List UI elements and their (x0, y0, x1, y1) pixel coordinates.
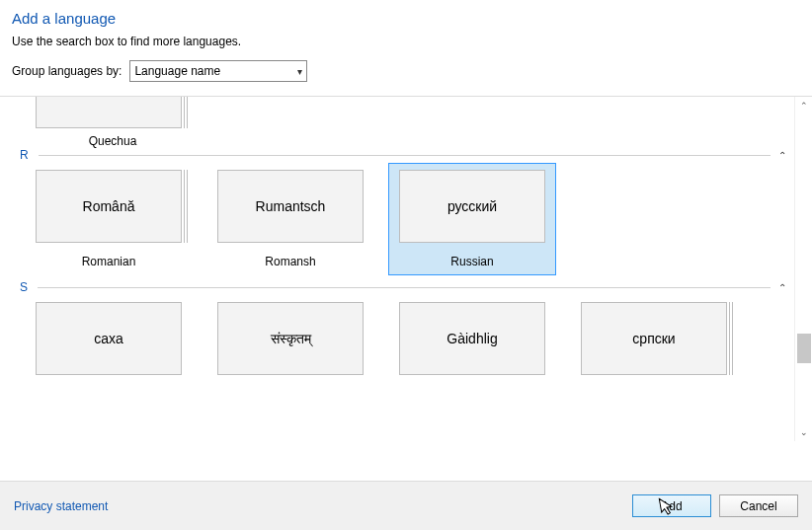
tile-row-r: Română Romanian Rumantsch Romansh русски… (20, 170, 794, 268)
chevron-down-icon: ▾ (297, 66, 302, 77)
language-tile-quechua[interactable] (36, 97, 182, 128)
language-tile-serbian[interactable]: српски (581, 302, 727, 375)
language-tile-sakha[interactable]: саха (36, 302, 182, 375)
language-caption: Romansh (265, 255, 315, 268)
language-caption: Russian (450, 255, 493, 268)
language-tile-russian[interactable]: русский Russian (388, 163, 556, 275)
section-letter: R (20, 148, 39, 162)
section-letter: S (20, 280, 38, 294)
language-list-area: Quechua R ⌃ Română Romanian Rumantsch Ro… (0, 96, 812, 441)
section-divider (39, 155, 771, 156)
language-tile-sanskrit[interactable]: संस्कृतम् (217, 302, 364, 375)
dialog-header: Add a language Use the search box to fin… (0, 0, 812, 82)
tile-face: српски (581, 302, 727, 375)
tile-face: संस्कृतम् (217, 302, 364, 375)
privacy-link[interactable]: Privacy statement (14, 499, 108, 513)
vertical-scrollbar[interactable]: ⌃ ⌄ (794, 97, 812, 441)
tile-face: Română (36, 170, 182, 243)
group-by-value: Language name (134, 64, 220, 78)
group-by-label: Group languages by: (12, 64, 122, 78)
scroll-thumb[interactable] (797, 334, 811, 363)
language-tile-romanian[interactable]: Română Romanian (36, 170, 182, 268)
page-title: Add a language (12, 10, 800, 27)
section-divider (38, 287, 771, 288)
scroll-down-icon[interactable]: ⌄ (795, 423, 812, 441)
page-subtitle: Use the search box to find more language… (12, 35, 800, 48)
language-list-scroll: Quechua R ⌃ Română Romanian Rumantsch Ro… (0, 97, 794, 441)
add-button[interactable]: Add (632, 494, 711, 517)
language-tile-scottish-gaelic[interactable]: Gàidhlig (399, 302, 545, 375)
section-header-r: R ⌃ (20, 148, 794, 162)
cancel-button[interactable]: Cancel (719, 494, 798, 517)
collapse-icon[interactable]: ⌃ (771, 282, 794, 293)
group-by-row: Group languages by: Language name ▾ (12, 60, 800, 82)
partial-row-quechua: Quechua (20, 97, 794, 136)
group-by-select[interactable]: Language name ▾ (129, 60, 307, 82)
tile-face: Gàidhlig (399, 302, 545, 375)
tile-face: саха (36, 302, 182, 375)
section-header-s: S ⌃ (20, 280, 794, 294)
dialog-footer: Privacy statement Add Cancel (0, 481, 812, 530)
language-tile-romansh[interactable]: Rumantsch Romansh (217, 170, 364, 268)
collapse-icon[interactable]: ⌃ (771, 150, 794, 161)
scroll-up-icon[interactable]: ⌃ (795, 97, 812, 114)
tile-face: Rumantsch (217, 170, 364, 243)
tile-face: русский (399, 170, 545, 243)
tile-row-s: саха संस्कृतम् Gàidhlig српски (20, 302, 794, 375)
language-caption: Romanian (82, 255, 136, 268)
